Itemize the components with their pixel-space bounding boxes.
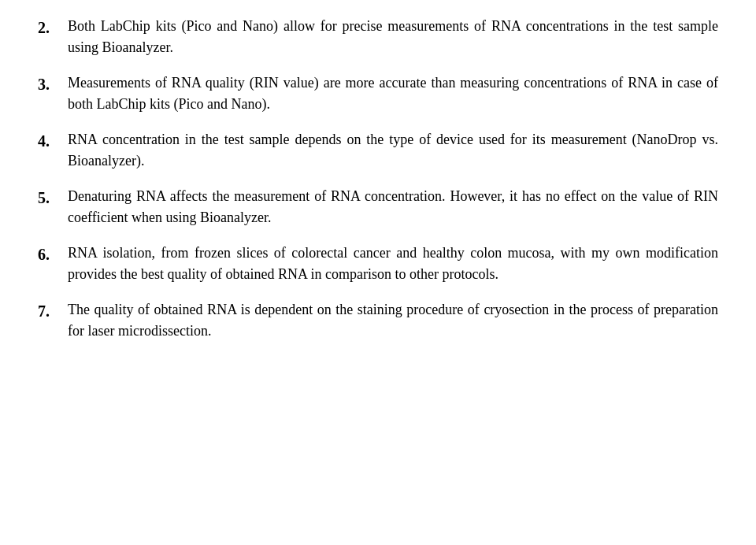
list-item: 3.Measurements of RNA quality (RIN value… — [38, 72, 718, 115]
list-number-4: 4. — [38, 129, 68, 153]
page-content: 2.Both LabChip kits (Pico and Nano) allo… — [0, 0, 756, 372]
list-number-7: 7. — [38, 299, 68, 323]
list-text-7: The quality of obtained RNA is dependent… — [68, 299, 718, 342]
list-number-6: 6. — [38, 243, 68, 266]
list-number-5: 5. — [38, 186, 68, 209]
list-text-4: RNA concentration in the test sample dep… — [68, 129, 718, 172]
list-text-3: Measurements of RNA quality (RIN value) … — [68, 72, 718, 115]
list-item: 4.RNA concentration in the test sample d… — [38, 129, 718, 172]
list-item: 2.Both LabChip kits (Pico and Nano) allo… — [38, 16, 718, 58]
list-text-2: Both LabChip kits (Pico and Nano) allow … — [68, 16, 718, 58]
list-item: 5.Denaturing RNA affects the measurement… — [38, 186, 718, 228]
list-item: 6.RNA isolation, from frozen slices of c… — [38, 243, 718, 285]
list-text-5: Denaturing RNA affects the measurement o… — [68, 186, 718, 228]
list-number-2: 2. — [38, 16, 68, 39]
list-number-3: 3. — [38, 72, 68, 96]
list-item: 7.The quality of obtained RNA is depende… — [38, 299, 718, 342]
list-text-6: RNA isolation, from frozen slices of col… — [68, 243, 718, 285]
